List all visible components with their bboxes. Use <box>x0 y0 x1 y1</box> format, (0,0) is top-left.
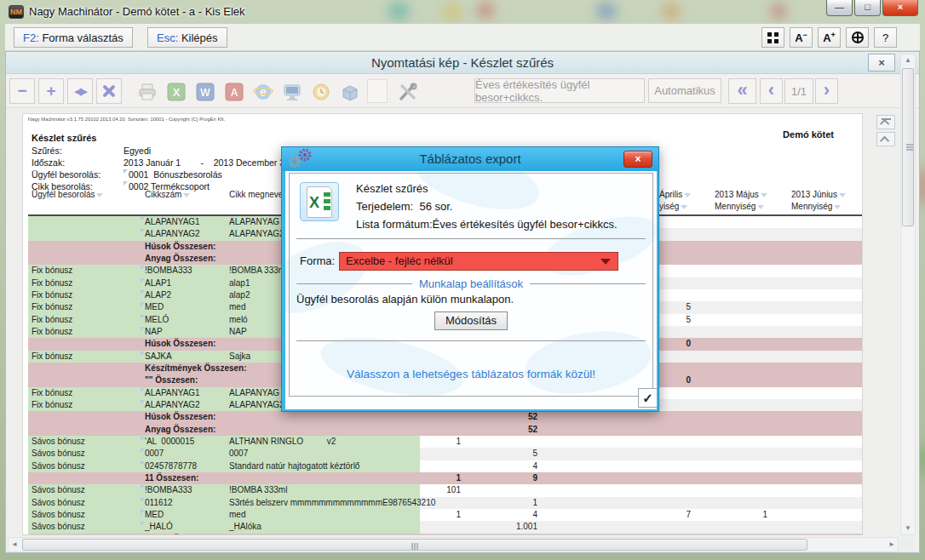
tabular-export-dialog: Táblázatos export × X Készlet szűrés Ter… <box>281 146 659 412</box>
scroll-left-arrow[interactable]: ◄ <box>9 538 20 551</box>
desktop-glass-decoration <box>596 3 617 20</box>
kilepes-button[interactable]: Esc: Kilépés <box>147 27 227 48</box>
dialog-close-button[interactable]: × <box>623 151 652 168</box>
cell-cikkszam: MED <box>145 301 164 313</box>
zoom-in-button[interactable]: + <box>38 78 64 104</box>
scroll-up-arrow[interactable]: ▲ <box>901 54 915 66</box>
list-format-button[interactable]: Éves értékesítés ügyfél besor+cikkcs. <box>474 78 645 103</box>
cell-cikkszam: _HALÓ <box>145 521 173 533</box>
minimize-button[interactable]: — <box>826 0 853 16</box>
excel-x-glyph: X <box>309 194 319 212</box>
font-smaller-button[interactable]: A− <box>790 27 813 48</box>
outlook-icon[interactable] <box>309 80 333 104</box>
forma-valasztas-button[interactable]: F2: Forma választás <box>14 27 133 48</box>
forma-dropdown[interactable]: Excelbe - fejléc nélkül <box>339 252 618 271</box>
filter-marker-icon <box>761 193 767 197</box>
table-row: Sávos bónusz'AL 0000015ALTHANN RINGLO v2… <box>28 436 862 448</box>
scroll-up-button[interactable] <box>876 132 895 146</box>
internet-explorer-icon[interactable]: e <box>251 80 275 104</box>
cell-cikk-megnevezes: ALTHANN RINGLO v2 <box>229 436 336 448</box>
cell-cikk-megnevezes: Sajka <box>229 351 250 363</box>
blank-button[interactable] <box>367 79 388 103</box>
thumb-grip <box>411 543 413 550</box>
thumb-grip <box>906 144 913 146</box>
fit-page-button[interactable] <box>96 78 122 104</box>
month-label: 2013 Május <box>715 190 759 199</box>
first-page-button[interactable]: « <box>728 78 756 104</box>
zoom-out-button[interactable]: − <box>9 78 35 104</box>
forma-dropdown-value: Excelbe - fejléc nélkül <box>346 254 453 267</box>
summary-row: 11 Összesen:19 <box>28 472 862 484</box>
close-button[interactable]: × <box>882 0 918 16</box>
cell-cikk-megnevezes: ALAPANYAG m <box>229 387 289 399</box>
cell-cikkszam: ALAPANYAG2 <box>145 399 200 411</box>
cell-quantity: 9 <box>485 472 537 484</box>
cell-quantity: 4 <box>485 460 537 472</box>
group-text: Ügyfél besorolás alapján külön munkalapo… <box>296 293 514 306</box>
tools-icon[interactable] <box>396 80 420 104</box>
prev-page-button[interactable]: ‹ <box>760 78 783 104</box>
filter-marker-icon <box>834 205 841 209</box>
app-icon: NM <box>9 5 24 19</box>
export-report-name: Készlet szűrés <box>356 182 428 195</box>
scroll-right-arrow[interactable]: ► <box>886 538 898 551</box>
archive-icon[interactable] <box>338 80 362 104</box>
page-indicator: 1/1 <box>784 78 813 104</box>
summary-label: Húsok Összesen: <box>145 338 215 350</box>
help-button[interactable]: ? <box>874 27 897 48</box>
pdf-icon[interactable]: A <box>222 80 246 104</box>
cell-quantity: 1.001 <box>485 521 537 533</box>
thumb-grip <box>414 543 416 550</box>
desktop-glass-decoration <box>443 3 462 20</box>
horizontal-scrollbar[interactable]: ◄ ► <box>8 537 899 552</box>
cell-cikk-megnevezes: ALAPANYAG2 <box>229 228 284 240</box>
excel-page-shape: X <box>307 186 332 218</box>
excel-grid-bar <box>324 192 330 197</box>
cell-ugyfel-besorolas: Fix bónusz <box>32 387 72 399</box>
word-icon[interactable]: W <box>193 80 217 104</box>
cell-cikkszam: SAJKA <box>145 351 172 363</box>
meta-label: Időszak: <box>32 157 65 168</box>
excel-grid-bar <box>324 199 330 203</box>
summary-label: Húsok Összesen: <box>145 411 215 423</box>
meta-label: Ügyfél besorolás: <box>32 169 101 180</box>
extent-value: 56 sor. <box>419 200 452 213</box>
vertical-scrollbar[interactable]: ▲ ▼ <box>900 54 916 535</box>
scroll-down-arrow[interactable]: ▼ <box>901 523 915 534</box>
modify-button[interactable]: Módosítás <box>434 311 508 330</box>
group-title: Munkalap beállítások <box>412 277 530 290</box>
horizontal-scroll-thumb[interactable] <box>22 539 807 551</box>
summary-label: Húsok Összesen: <box>145 534 215 535</box>
dialog-titlebar: Táblázatos export × <box>282 147 658 171</box>
table-row: Sávos bónusz011612S3rtés belszerv mmmmmm… <box>28 497 862 509</box>
cell-ugyfel-besorolas: Fix bónusz <box>32 399 72 411</box>
vertical-scroll-thumb[interactable] <box>902 68 914 226</box>
preview-close-button[interactable]: × <box>868 54 895 71</box>
svg-text:A: A <box>231 87 238 99</box>
target-button[interactable] <box>846 27 869 48</box>
fit-width-button[interactable]: ◀▶ <box>67 78 93 104</box>
report-meta-line: Szűrés:Egyedi <box>32 146 62 156</box>
excel-icon[interactable]: X <box>164 80 188 104</box>
confirm-button[interactable]: ✓ <box>638 388 657 408</box>
desktop-glass-decoration <box>771 3 786 19</box>
month-label: 2013 Június <box>791 190 837 199</box>
printer-icon[interactable] <box>135 80 159 104</box>
desktop-glass-decoration <box>477 2 494 19</box>
triangle-marker-icon <box>124 181 128 186</box>
scroll-to-top-button[interactable] <box>876 115 895 129</box>
maximize-button[interactable]: □ <box>854 0 881 16</box>
computer-icon[interactable] <box>280 80 304 104</box>
grid-view-button[interactable] <box>761 27 784 48</box>
automatic-button[interactable]: Automatikus <box>648 78 721 103</box>
table-row: Sávos bónuszMEDmed1471 <box>28 509 862 521</box>
cell-cikkszam: ALAP1 <box>145 277 171 289</box>
extent-label: Terjedelem: <box>356 200 413 213</box>
quantity-subheader: Mennyiség <box>791 202 841 211</box>
preview-titlebar: Nyomtatási kép - Készlet szűrés × <box>6 52 919 74</box>
shortcut-key-label: Esc: <box>157 31 178 44</box>
font-larger-button[interactable]: A+ <box>818 27 841 48</box>
table-row: Sávos bónusz000700075 <box>28 448 862 460</box>
next-page-button[interactable]: › <box>815 78 838 104</box>
cell-quantity: 1 <box>715 534 767 535</box>
